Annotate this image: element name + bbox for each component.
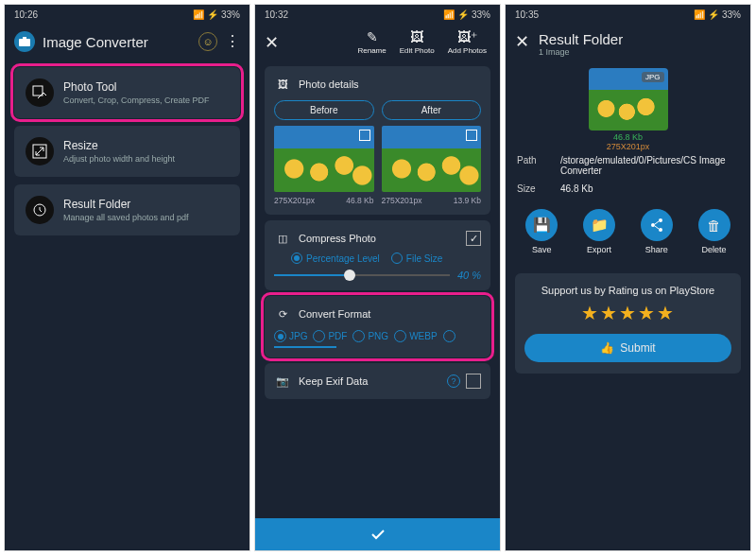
before-dim: 275X201px bbox=[274, 196, 315, 205]
path-value: /storage/emulated/0/Pictures/CS Image Co… bbox=[560, 155, 739, 176]
format-jpg[interactable]: JPG bbox=[274, 330, 307, 342]
after-thumbnail[interactable] bbox=[382, 126, 482, 192]
card-title: Result Folder bbox=[63, 198, 189, 211]
action-row: 💾Save 📁Export Share 🗑Delete bbox=[506, 198, 750, 268]
after-dim: 275X201px bbox=[382, 196, 422, 205]
panel-title: Keep Exif Data bbox=[299, 375, 368, 387]
card-title: Resize bbox=[63, 139, 175, 152]
export-icon: 📁 bbox=[583, 209, 615, 241]
app-bar: Image Converter ☺ ⋮ bbox=[5, 24, 249, 60]
svg-point-6 bbox=[651, 223, 655, 227]
history-icon bbox=[26, 196, 54, 224]
after-column: After 275X201px13.9 Kb bbox=[382, 100, 482, 205]
check-icon bbox=[368, 524, 388, 545]
screen-editor: 10:32 📶 ⚡ 33% ✕ ✎Rename 🖼Edit Photo 🖼⁺Ad… bbox=[254, 4, 501, 551]
status-time: 10:32 bbox=[265, 9, 288, 20]
photo-details-panel: 🖼Photo details Before 275X201px46.8 Kb A… bbox=[265, 66, 490, 215]
format-pdf[interactable]: PDF bbox=[313, 330, 347, 342]
convert-format-panel: ⟳Convert Format JPG PDF PNG WEBP bbox=[265, 296, 490, 357]
filesize-radio[interactable]: File Size bbox=[391, 252, 442, 264]
rating-text: Support us by Rating us on PlayStore bbox=[524, 285, 731, 296]
expand-icon[interactable] bbox=[466, 130, 477, 141]
trash-icon: 🗑 bbox=[698, 209, 730, 241]
apply-button[interactable] bbox=[255, 518, 500, 550]
export-button[interactable]: 📁Export bbox=[583, 209, 615, 254]
thumbs-up-icon: 👍 bbox=[600, 341, 614, 355]
help-icon[interactable]: ? bbox=[447, 374, 460, 388]
after-size: 13.9 Kb bbox=[454, 196, 481, 205]
compress-slider[interactable]: 40 % bbox=[274, 270, 481, 281]
result-header: ✕ Result Folder 1 Image bbox=[506, 24, 750, 64]
details-icon: 🖼 bbox=[274, 76, 291, 93]
app-logo-icon bbox=[14, 31, 35, 52]
svg-point-5 bbox=[659, 218, 662, 222]
size-row: Size 46.8 Kb bbox=[506, 180, 750, 198]
delete-button[interactable]: 🗑Delete bbox=[698, 209, 730, 254]
result-folder-card[interactable]: Result Folder Manage all saved photos an… bbox=[14, 184, 240, 235]
resize-icon bbox=[26, 137, 54, 165]
compress-panel: ◫Compress Photo ✓ Percentage Level File … bbox=[265, 220, 490, 290]
header-title: Result Folder bbox=[539, 31, 623, 47]
card-subtitle: Adjust photo width and height bbox=[63, 154, 175, 164]
svg-point-7 bbox=[659, 228, 662, 232]
screen-home: 10:26 📶 ⚡ 33% Image Converter ☺ ⋮ Photo … bbox=[4, 4, 250, 551]
status-bar: 10:26 📶 ⚡ 33% bbox=[5, 5, 249, 24]
panel-title: Convert Format bbox=[299, 308, 370, 320]
menu-button[interactable]: ⋮ bbox=[225, 37, 240, 46]
add-photos-button[interactable]: 🖼⁺Add Photos bbox=[444, 29, 490, 55]
card-title: Photo Tool bbox=[63, 80, 210, 94]
photo-tool-card[interactable]: Photo Tool Convert, Crop, Compress, Crea… bbox=[14, 67, 240, 118]
before-label: Before bbox=[274, 100, 374, 120]
format-badge: JPG bbox=[642, 72, 664, 82]
image-edit-icon: 🖼 bbox=[410, 29, 423, 44]
svg-rect-2 bbox=[33, 86, 43, 96]
compress-icon: ◫ bbox=[274, 230, 291, 247]
rename-button[interactable]: ✎Rename bbox=[353, 29, 389, 55]
result-dim: 275X201px bbox=[506, 142, 750, 151]
edit-photo-button[interactable]: 🖼Edit Photo bbox=[396, 29, 438, 55]
card-subtitle: Manage all saved photos and pdf bbox=[63, 213, 189, 222]
close-button[interactable]: ✕ bbox=[515, 31, 529, 52]
status-time: 10:35 bbox=[515, 9, 539, 20]
pencil-icon: ✎ bbox=[367, 29, 378, 44]
close-button[interactable]: ✕ bbox=[265, 32, 279, 53]
submit-button[interactable]: 👍 Submit bbox=[524, 334, 731, 362]
result-thumbnail[interactable]: JPG bbox=[589, 68, 668, 131]
app-title: Image Converter bbox=[43, 34, 191, 50]
convert-icon: ⟳ bbox=[274, 305, 291, 322]
rating-stars[interactable]: ★★★★★ bbox=[524, 302, 731, 324]
size-value: 46.8 Kb bbox=[560, 183, 593, 194]
resize-card[interactable]: Resize Adjust photo width and height bbox=[14, 126, 240, 177]
path-row: Path /storage/emulated/0/Pictures/CS Ima… bbox=[506, 151, 750, 180]
svg-rect-1 bbox=[23, 37, 26, 40]
before-column: Before 275X201px46.8 Kb bbox=[274, 100, 374, 205]
format-png[interactable]: PNG bbox=[352, 330, 388, 342]
image-add-icon: 🖼⁺ bbox=[457, 29, 477, 44]
compress-checkbox[interactable]: ✓ bbox=[466, 231, 481, 246]
card-subtitle: Convert, Crop, Compress, Create PDF bbox=[63, 96, 210, 105]
panel-title: Compress Photo bbox=[299, 233, 376, 244]
rating-card: Support us by Rating us on PlayStore ★★★… bbox=[515, 273, 741, 374]
status-time: 10:26 bbox=[14, 9, 38, 20]
format-webp[interactable]: WEBP bbox=[394, 330, 437, 342]
before-thumbnail[interactable] bbox=[274, 126, 374, 192]
share-button[interactable]: Share bbox=[641, 209, 673, 254]
status-bar: 10:35 📶 ⚡ 33% bbox=[506, 5, 750, 24]
svg-rect-0 bbox=[19, 39, 30, 46]
expand-icon[interactable] bbox=[359, 130, 370, 141]
compress-value: 40 % bbox=[457, 270, 481, 281]
save-icon: 💾 bbox=[525, 209, 558, 241]
screen-result: 10:35 📶 ⚡ 33% ✕ Result Folder 1 Image JP… bbox=[505, 4, 751, 551]
status-icons: 📶 ⚡ 33% bbox=[694, 9, 741, 20]
format-more[interactable] bbox=[443, 330, 455, 342]
exif-checkbox[interactable] bbox=[466, 374, 481, 389]
percentage-radio[interactable]: Percentage Level bbox=[291, 252, 380, 264]
save-button[interactable]: 💾Save bbox=[525, 209, 558, 254]
before-size: 46.8 Kb bbox=[346, 196, 373, 205]
exif-icon: 📷 bbox=[274, 373, 291, 390]
premium-button[interactable]: ☺ bbox=[198, 32, 217, 51]
editor-toolbar: ✕ ✎Rename 🖼Edit Photo 🖼⁺Add Photos bbox=[255, 24, 500, 61]
exif-panel: 📷Keep Exif Data ? bbox=[265, 363, 490, 399]
status-icons: 📶 ⚡ 33% bbox=[443, 9, 490, 20]
result-size: 46.8 Kb bbox=[506, 132, 750, 142]
